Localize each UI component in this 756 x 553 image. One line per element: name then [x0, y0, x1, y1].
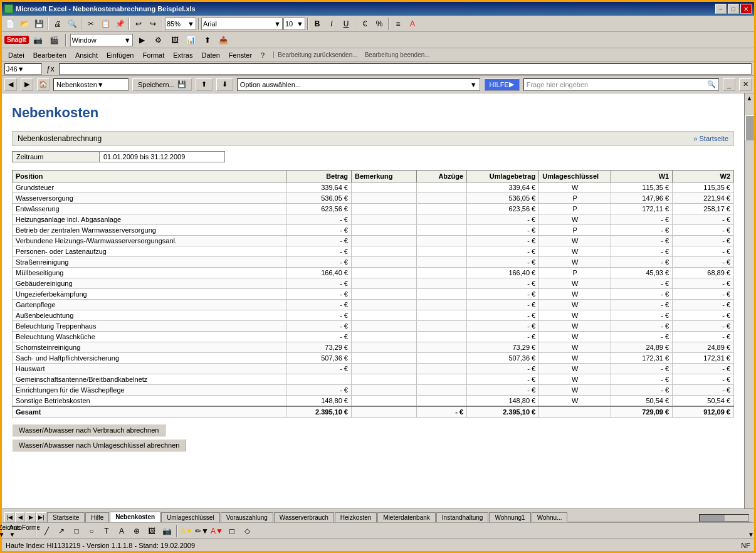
- bold-button[interactable]: B: [310, 17, 324, 31]
- clipart-tool[interactable]: 🖼: [145, 524, 159, 538]
- formula-input[interactable]: [59, 63, 752, 75]
- menu-extras[interactable]: Extras: [169, 51, 196, 60]
- home-button[interactable]: 🏠: [37, 78, 50, 91]
- cut-button[interactable]: ✂: [84, 17, 98, 31]
- zoom-dropdown-icon[interactable]: ▼: [187, 20, 194, 28]
- menu-format[interactable]: Format: [139, 51, 168, 60]
- tab-nav-first[interactable]: |◀: [4, 512, 14, 522]
- arrow-tool[interactable]: ↗: [55, 524, 68, 538]
- snagit-btn2[interactable]: ▶: [135, 33, 149, 47]
- tab-nav-last[interactable]: ▶|: [36, 512, 46, 522]
- wordart-tool[interactable]: A: [115, 524, 129, 538]
- sheet-tab-wasserverbrauch[interactable]: Wasserverbrauch: [274, 512, 334, 522]
- scroll-up-button[interactable]: ▲: [745, 93, 754, 103]
- snagit-btn4[interactable]: 🖼: [168, 33, 182, 47]
- wasser-verbrauch-button[interactable]: Wasser/Abwasser nach Verbrauch abrechnen: [12, 424, 165, 436]
- menu-help[interactable]: ?: [257, 51, 268, 60]
- snagit-btn6[interactable]: ⬆: [201, 33, 214, 47]
- open-button[interactable]: 📂: [18, 17, 31, 31]
- vertical-scrollbar[interactable]: ▲ ▼: [744, 93, 754, 508]
- extra-btn2[interactable]: ⬇: [216, 78, 233, 91]
- startseite-link[interactable]: » Startseite: [693, 135, 728, 142]
- font-combo[interactable]: Arial ▼: [201, 18, 283, 30]
- snagit-btn7[interactable]: 📤: [217, 33, 231, 47]
- snagit-capture-button[interactable]: 📷: [31, 33, 45, 47]
- textbox-tool[interactable]: T: [100, 524, 113, 538]
- sheet-tab-startseite[interactable]: Startseite: [47, 512, 85, 522]
- close-button[interactable]: ✕: [740, 4, 752, 14]
- zeitraum-value[interactable]: 01.01.2009 bis 31.12.2009: [100, 151, 225, 162]
- minimize-pane-button[interactable]: _: [723, 78, 735, 91]
- undo-button[interactable]: ↩: [132, 17, 145, 31]
- window-combo[interactable]: Window ▼: [70, 34, 133, 46]
- menu-daten[interactable]: Daten: [197, 51, 223, 60]
- menu-fenster[interactable]: Fenster: [225, 51, 256, 60]
- extra-btn[interactable]: ⬆: [196, 78, 213, 91]
- 3d-btn[interactable]: ◇: [240, 524, 254, 538]
- forward-button[interactable]: ▶: [21, 78, 33, 91]
- option-dropdown-icon[interactable]: ▼: [470, 81, 477, 88]
- address-bar[interactable]: Nebenkosten ▼: [53, 78, 129, 91]
- new-button[interactable]: 📄: [3, 17, 17, 31]
- line-color-btn[interactable]: ✏▼: [195, 524, 209, 538]
- cell-ref-dropdown[interactable]: ▼: [18, 65, 24, 73]
- align-left-button[interactable]: ≡: [391, 17, 405, 31]
- copy-button[interactable]: 📋: [98, 17, 112, 31]
- sheet-tab-vorauszahlung[interactable]: Vorauszahlung: [221, 512, 273, 522]
- fill-color-btn[interactable]: A▼: [180, 524, 194, 538]
- snagit-btn5[interactable]: 📊: [184, 33, 198, 47]
- sheet-tab-mieterdatenbank[interactable]: Mieterdatenbank: [377, 512, 436, 522]
- font-color-draw-btn[interactable]: A▼: [210, 524, 224, 538]
- italic-button[interactable]: I: [325, 17, 339, 31]
- sheet-tab-nebenkosten[interactable]: Nebenkosten: [110, 512, 160, 522]
- maximize-button[interactable]: □: [728, 4, 739, 14]
- print-button[interactable]: 🖨: [51, 17, 65, 31]
- zoom-combo[interactable]: 85% ▼: [165, 18, 196, 30]
- fontsize-dropdown-icon[interactable]: ▼: [297, 20, 303, 28]
- sheet-tab-heizkosten[interactable]: Heizkosten: [335, 512, 377, 522]
- option-combo[interactable]: Option auswählen... ▼: [237, 78, 480, 91]
- sheet-tab-wohnung1[interactable]: Wohnung1: [489, 512, 530, 522]
- font-dropdown-icon[interactable]: ▼: [274, 20, 281, 28]
- tab-scroll-thumb[interactable]: [699, 514, 749, 522]
- currency-button[interactable]: €: [358, 17, 372, 31]
- search-icon[interactable]: 🔍: [707, 80, 716, 88]
- sheet-tab-instandhaltung[interactable]: Instandhaltung: [436, 512, 489, 522]
- window-combo-icon[interactable]: ▼: [124, 36, 131, 44]
- diagram-tool[interactable]: ⊕: [130, 524, 144, 538]
- percent-button[interactable]: %: [372, 17, 386, 31]
- menu-bearbeiten[interactable]: Bearbeiten: [29, 51, 70, 60]
- tab-nav-prev[interactable]: ◀: [15, 512, 25, 522]
- snagit-btn3[interactable]: ⚙: [152, 33, 165, 47]
- hilfe-button[interactable]: HILFE ▶: [484, 78, 520, 91]
- line-tool[interactable]: ╱: [39, 524, 53, 538]
- address-dropdown[interactable]: ▼: [97, 81, 104, 88]
- snagit-icon2[interactable]: 🎬: [48, 33, 61, 47]
- scrollbar-thumb[interactable]: [745, 115, 754, 140]
- minimize-button[interactable]: −: [715, 4, 727, 14]
- menu-einfuegen[interactable]: Einfügen: [103, 51, 137, 60]
- fontsize-combo[interactable]: 10 ▼: [283, 18, 305, 30]
- search-bar[interactable]: Frage hier eingeben 🔍: [523, 78, 719, 91]
- save-toolbar-button[interactable]: 💾: [32, 17, 46, 31]
- sheet-tab-wohnu---[interactable]: Wohnu...: [532, 512, 568, 522]
- save-task-button[interactable]: Speichern... 💾: [132, 78, 192, 91]
- underline-button[interactable]: U: [339, 17, 353, 31]
- cell-reference[interactable]: J46 ▼: [4, 63, 42, 75]
- rect-tool[interactable]: □: [70, 524, 83, 538]
- image-tool[interactable]: 📷: [160, 524, 174, 538]
- autoformen-btn[interactable]: AutoFormen ▼: [19, 524, 33, 538]
- back-button[interactable]: ◀: [4, 78, 17, 91]
- close-pane-button[interactable]: ✕: [739, 78, 752, 91]
- menu-ansicht[interactable]: Ansicht: [71, 51, 102, 60]
- wasser-umlageschluessel-button[interactable]: Wasser/Abwasser nach Umlageschlüssel abr…: [12, 439, 186, 451]
- paste-button[interactable]: 📌: [113, 17, 127, 31]
- oval-tool[interactable]: ○: [85, 524, 98, 538]
- tab-nav-next[interactable]: ▶: [26, 512, 36, 522]
- redo-button[interactable]: ↪: [146, 17, 160, 31]
- font-color-button[interactable]: A: [406, 17, 419, 31]
- sheet-tab-umlageschl-ssel[interactable]: Umlageschlüssel: [161, 512, 220, 522]
- print-preview-button[interactable]: 🔍: [65, 17, 79, 31]
- shadow-btn[interactable]: ◻: [225, 524, 239, 538]
- sheet-tab-hilfe[interactable]: Hilfe: [85, 512, 109, 522]
